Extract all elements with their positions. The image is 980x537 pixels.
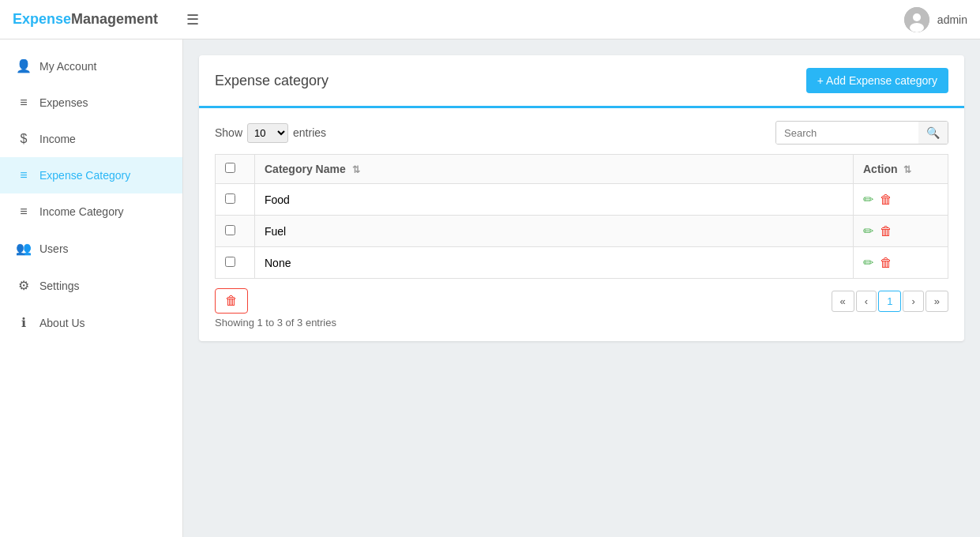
current-page-button[interactable]: 1 [878,291,901,312]
sidebar-item-label: Expense Category [39,169,130,182]
search-icon: 🔍 [918,122,948,144]
sidebar-item-label: Income Category [39,205,124,218]
row-category-name: Food [255,184,854,216]
sidebar-item-label: Users [39,242,69,255]
action-buttons: ✏ 🗑 [863,192,938,207]
sidebar-item-my-account[interactable]: 👤 My Account [0,47,182,84]
username-label: admin [937,13,967,26]
sort-icon: ⇅ [352,164,360,175]
sidebar-item-income-category[interactable]: ≡ Income Category [0,193,182,230]
sidebar: 👤 My Account ≡ Expenses $ Income ≡ Expen… [0,39,183,537]
sidebar-item-income[interactable]: $ Income [0,121,182,157]
row-action-cell: ✏ 🗑 [854,184,948,216]
hamburger-icon[interactable]: ☰ [186,11,199,28]
brand-management: Management [71,11,158,28]
sidebar-item-expenses[interactable]: ≡ Expenses [0,84,182,121]
sidebar-item-label: About Us [39,317,85,329]
table-row: Food ✏ 🗑 [216,184,948,216]
row-action-cell: ✏ 🗑 [854,216,948,247]
last-page-button[interactable]: » [926,291,948,312]
card-header: Expense category + Add Expense category [199,55,964,108]
sidebar-item-label: Expenses [39,96,88,109]
show-entries: Show 10 25 50 100 entries [215,123,326,143]
row-category-name: None [255,247,854,279]
navbar-right: admin [904,7,967,32]
card-body: Show 10 25 50 100 entries 🔍 [199,108,964,341]
sidebar-item-label: My Account [39,60,96,73]
sidebar-item-expense-category[interactable]: ≡ Expense Category [0,157,182,193]
edit-button[interactable]: ✏ [863,223,873,238]
brand-logo: Expense Management [13,11,158,28]
list-icon: ≡ [16,96,32,110]
income-cat-icon: ≡ [16,205,32,219]
delete-button[interactable]: 🗑 [880,224,892,238]
svg-point-2 [910,23,924,32]
table-row: None ✏ 🗑 [216,247,948,279]
sidebar-item-label: Income [39,133,76,145]
row-checkbox-cell [216,247,255,279]
sidebar-item-settings[interactable]: ⚙ Settings [0,267,182,304]
search-box: 🔍 [775,121,948,145]
action-buttons: ✏ 🗑 [863,223,938,238]
row-checkbox-cell [216,216,255,247]
bulk-delete-button[interactable]: 🗑 [215,288,248,314]
row-checkbox[interactable] [225,225,235,235]
pagination: « ‹ 1 › » [832,291,948,312]
next-page-button[interactable]: › [903,291,923,312]
header-category-name: Category Name ⇅ [255,155,854,184]
layout: 👤 My Account ≡ Expenses $ Income ≡ Expen… [0,39,980,537]
sidebar-item-label: Settings [39,280,80,292]
brand-expense: Expense [13,11,71,28]
entries-select[interactable]: 10 25 50 100 [247,123,288,143]
header-action: Action ⇅ [854,155,948,184]
table-header-row: Category Name ⇅ Action ⇅ [216,155,948,184]
add-expense-category-button[interactable]: + Add Expense category [806,68,948,93]
table-controls: Show 10 25 50 100 entries 🔍 [215,121,948,145]
select-all-checkbox[interactable] [225,163,235,173]
first-page-button[interactable]: « [832,291,854,312]
edit-button[interactable]: ✏ [863,192,873,207]
prev-page-button[interactable]: ‹ [856,291,877,312]
svg-point-1 [913,13,921,21]
row-category-name: Fuel [255,216,854,247]
sidebar-item-users[interactable]: 👥 Users [0,230,182,267]
row-checkbox[interactable] [225,193,235,204]
row-checkbox-cell [216,184,255,216]
dollar-icon: $ [16,132,32,146]
table-row: Fuel ✏ 🗑 [216,216,948,247]
user-icon: 👤 [16,58,32,73]
row-checkbox[interactable] [225,257,235,267]
action-buttons: ✏ 🗑 [863,255,938,270]
edit-button[interactable]: ✏ [863,255,873,270]
delete-button[interactable]: 🗑 [880,193,892,207]
header-checkbox-col [216,155,255,184]
settings-icon: ⚙ [16,278,32,293]
entries-label: entries [293,126,326,139]
expense-category-table: Category Name ⇅ Action ⇅ [215,154,948,279]
category-icon: ≡ [16,168,32,182]
sort-icon-action: ⇅ [903,164,911,175]
main-content: Expense category + Add Expense category … [183,39,980,537]
users-icon: 👥 [16,241,32,256]
avatar [904,7,929,32]
search-input[interactable] [776,122,918,144]
row-action-cell: ✏ 🗑 [854,247,948,279]
show-label: Show [215,126,242,139]
page-title: Expense category [215,73,329,89]
showing-info: Showing 1 to 3 of 3 entries [215,317,948,329]
table-body: Food ✏ 🗑 Fuel ✏ 🗑 None [216,184,948,279]
sidebar-item-about-us[interactable]: ℹ About Us [0,304,182,341]
delete-button[interactable]: 🗑 [880,256,892,270]
navbar: Expense Management ☰ admin [0,0,980,39]
info-icon: ℹ [16,315,32,330]
bulk-actions: 🗑 « ‹ 1 › » [215,288,948,314]
expense-category-card: Expense category + Add Expense category … [199,55,964,341]
